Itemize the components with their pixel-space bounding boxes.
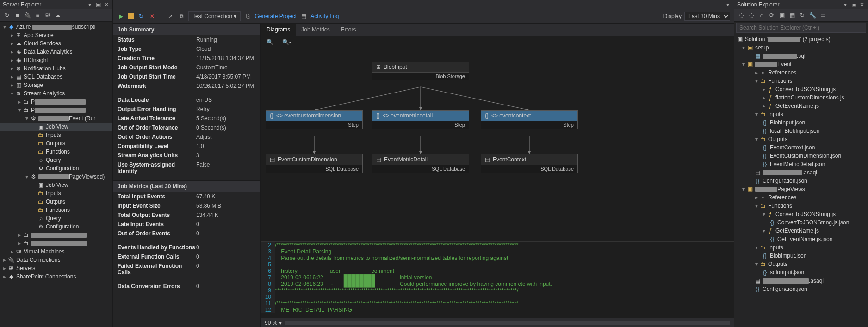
home-icon[interactable]: ⌂ bbox=[757, 11, 766, 19]
event-project-node[interactable]: ▾▣Event bbox=[734, 60, 868, 68]
hdinsight-node[interactable]: ▸◉HDInsight bbox=[0, 56, 112, 64]
solution-search-input[interactable] bbox=[736, 23, 866, 33]
solution-tree[interactable]: ▣Solution '' (2 projects) ▾▣setup ▤.sql … bbox=[734, 34, 868, 327]
sql-databases-node[interactable]: ▸▤SQL Databases bbox=[0, 73, 112, 81]
solution-node[interactable]: ▣Solution '' (2 projects) bbox=[734, 35, 868, 43]
local-blob-file[interactable]: {}local_BlobInput.json bbox=[734, 127, 868, 135]
step-ecd-node[interactable]: {}<> eventcustomdimensionStep bbox=[266, 110, 363, 129]
stop-icon[interactable]: ■ bbox=[13, 11, 21, 19]
dropdown-icon[interactable]: ▾ bbox=[87, 1, 93, 8]
query-node-2[interactable]: ⌕Query bbox=[0, 214, 112, 222]
open-icon[interactable]: ↗ bbox=[166, 12, 174, 20]
event-context-file[interactable]: {}EventContext.json bbox=[734, 143, 868, 152]
sql-file-node[interactable]: ▤.sql bbox=[734, 52, 868, 60]
inputs-node-2[interactable]: 🗀Inputs bbox=[0, 189, 112, 197]
collapse-icon[interactable]: ▣ bbox=[778, 11, 786, 19]
blob-input-node[interactable]: ⊞BlobInput Blob Storage bbox=[372, 62, 469, 80]
functions-folder-node-2[interactable]: ▾🗀Functions bbox=[734, 202, 868, 210]
inputs-folder-node[interactable]: ▾🗀Inputs bbox=[734, 110, 868, 118]
cloud-services-node[interactable]: ▸☁Cloud Services bbox=[0, 39, 112, 48]
azure-node[interactable]: ▾◆Azure subscripti bbox=[0, 23, 112, 31]
inputs-folder-node-2[interactable]: ▾🗀Inputs bbox=[734, 243, 868, 252]
db-icon[interactable]: ≡ bbox=[33, 11, 42, 19]
convert-json-json-node[interactable]: {}ConvertToJSONString.js.json bbox=[734, 218, 868, 227]
copy-icon[interactable]: ⧉ bbox=[177, 12, 186, 20]
close-icon[interactable]: ✕ bbox=[103, 1, 110, 8]
sharepoint-node[interactable]: ▸◆SharePoint Connections bbox=[0, 272, 112, 281]
outputs-node[interactable]: 🗀Outputs bbox=[0, 139, 112, 148]
sa-sub2[interactable]: ▾🗀P bbox=[0, 106, 112, 114]
refresh-icon[interactable]: ↻ bbox=[3, 11, 11, 19]
job-view-node[interactable]: ▣Job View bbox=[0, 123, 112, 131]
flatten-node[interactable]: ▸ƒflattenCustomDimensions.js bbox=[734, 93, 868, 102]
configuration-node[interactable]: ⚙Configuration bbox=[0, 164, 112, 173]
servers-node[interactable]: ▸🖳Servers bbox=[0, 264, 112, 272]
step-ec-node[interactable]: {}<> eventcontextStep bbox=[481, 110, 578, 129]
show-all-icon[interactable]: ▦ bbox=[788, 11, 796, 19]
blob-imput-file[interactable]: {}BlobImput.json bbox=[734, 252, 868, 260]
asaql-file-node-2[interactable]: ▤.asaql bbox=[734, 277, 868, 285]
sync-icon[interactable]: ⟳ bbox=[768, 11, 776, 19]
refresh-icon[interactable]: ↻ bbox=[798, 11, 806, 19]
sa-sub1[interactable]: ▸🗀P bbox=[0, 98, 112, 106]
display-select[interactable]: Last 30 Mins bbox=[684, 12, 730, 21]
inputs-node[interactable]: 🗀Inputs bbox=[0, 131, 112, 139]
close-icon[interactable]: ✕ bbox=[859, 1, 865, 8]
refresh-icon[interactable]: ↻ bbox=[137, 12, 145, 20]
tab-job-metrics[interactable]: Job Metrics bbox=[296, 24, 335, 36]
sa-sub4[interactable]: ▸🗀 bbox=[0, 239, 112, 247]
pin-icon[interactable]: ▣ bbox=[95, 1, 101, 8]
config-file-node[interactable]: {}Configuration.json bbox=[734, 177, 868, 185]
configuration-node-2[interactable]: ⚙Configuration bbox=[0, 222, 112, 231]
connect-icon[interactable]: 🔌 bbox=[23, 11, 31, 19]
virtual-machines-node[interactable]: ▸🖳Virtual Machines bbox=[0, 247, 112, 256]
stop-button[interactable] bbox=[128, 13, 134, 19]
outputs-folder-node-2[interactable]: ▾🗀Outputs bbox=[734, 260, 868, 268]
preview-icon[interactable]: ▭ bbox=[818, 11, 827, 19]
properties-icon[interactable]: 🔧 bbox=[808, 11, 817, 19]
out-ecd-node[interactable]: ▤EventCustomDimensionSQL Database bbox=[266, 154, 363, 173]
step-emd-node[interactable]: {}<> eventmetricdetailStep bbox=[372, 110, 469, 129]
outputs-folder-node[interactable]: ▾🗀Outputs bbox=[734, 135, 868, 143]
sqloutput-file[interactable]: {}sqloutput.json bbox=[734, 268, 868, 277]
references-node-2[interactable]: ▸▫References bbox=[734, 193, 868, 202]
get-event-json-node[interactable]: {}GetEventName.js.json bbox=[734, 235, 868, 243]
storage-node[interactable]: ▸▥Storage bbox=[0, 81, 112, 89]
zoom-out-icon[interactable]: 🔍- bbox=[282, 39, 291, 45]
out-emd-node[interactable]: ▤EventMetricDetailSQL Database bbox=[372, 154, 469, 173]
out-ec-node[interactable]: ▤EventContextSQL Database bbox=[481, 154, 578, 173]
convert-json-node-2[interactable]: ▾ƒConvertToJSONString.js bbox=[734, 210, 868, 218]
pageviews-job-node[interactable]: ▾⚙PageViewsed) bbox=[0, 173, 112, 181]
tab-errors[interactable]: Errors bbox=[335, 24, 362, 36]
event-metric-file[interactable]: {}EventMetricDetail.json bbox=[734, 160, 868, 168]
get-event-node-2[interactable]: ▾ƒGetEventName.js bbox=[734, 227, 868, 235]
notification-hubs-node[interactable]: ▸⊕Notification Hubs bbox=[0, 64, 112, 73]
get-event-node[interactable]: ▸ƒGetEventName.js bbox=[734, 102, 868, 110]
data-connections-node[interactable]: ▸🔌Data Connections bbox=[0, 256, 112, 264]
play-icon[interactable]: ▶ bbox=[117, 12, 125, 20]
functions-node-2[interactable]: 🗀Functions bbox=[0, 206, 112, 214]
zoom-in-icon[interactable]: 🔍+ bbox=[267, 39, 277, 45]
dropdown-icon[interactable]: ▾ bbox=[725, 1, 731, 8]
back-icon[interactable]: ◌ bbox=[737, 11, 745, 19]
query-editor[interactable]: 2/**************************************… bbox=[261, 241, 734, 318]
app-service-node[interactable]: ▸⊞App Service bbox=[0, 31, 112, 39]
blob-input-file[interactable]: {}BlobInput.json bbox=[734, 118, 868, 127]
stream-analytics-node[interactable]: ▾≋Stream Analytics bbox=[0, 89, 112, 98]
functions-node[interactable]: 🗀Functions bbox=[0, 148, 112, 156]
server-icon[interactable]: 🖳 bbox=[43, 11, 52, 19]
fwd-icon[interactable]: ◌ bbox=[747, 11, 756, 19]
setup-project-node[interactable]: ▾▣setup bbox=[734, 43, 868, 52]
sa-sub3[interactable]: ▸🗀 bbox=[0, 231, 112, 239]
horizontal-scrollbar[interactable] bbox=[285, 321, 730, 325]
event-job-node[interactable]: ▾⚙Event (Rur bbox=[0, 114, 112, 123]
pageviews-project-node[interactable]: ▾▣PageViews bbox=[734, 185, 868, 193]
tab-diagrams[interactable]: Diagrams bbox=[261, 24, 296, 36]
data-lake-node[interactable]: ▸◈Data Lake Analytics bbox=[0, 48, 112, 56]
test-connection-button[interactable]: Test Connection ▾ bbox=[188, 11, 241, 21]
pin-icon[interactable]: ▣ bbox=[850, 1, 857, 8]
references-node[interactable]: ▸▫References bbox=[734, 68, 868, 77]
asaql-file-node[interactable]: ▤.asaql bbox=[734, 168, 868, 177]
delete-icon[interactable]: ✕ bbox=[148, 12, 156, 20]
functions-folder-node[interactable]: ▾🗀Functions bbox=[734, 77, 868, 85]
